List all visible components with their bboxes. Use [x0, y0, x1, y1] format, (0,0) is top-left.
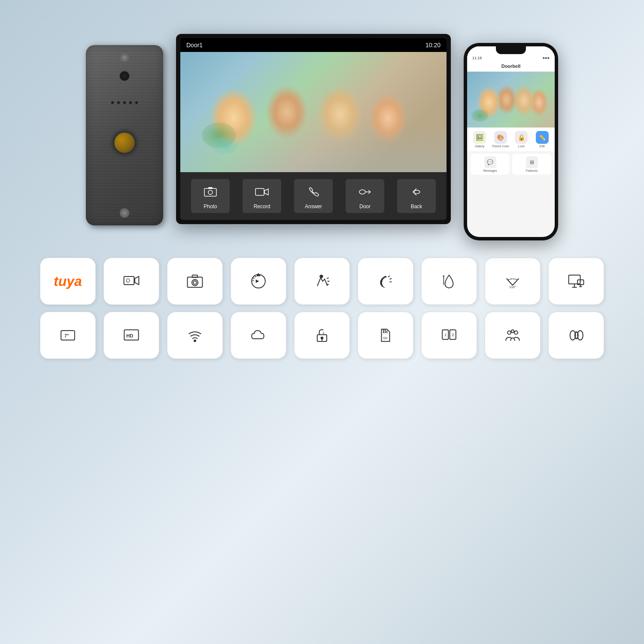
svg-line-23: [388, 276, 389, 277]
phone-signal: ●●●: [543, 56, 550, 60]
screen-size-icon: 7": [60, 327, 76, 343]
features-row-1: tuya: [34, 258, 610, 305]
door-button[interactable]: Door: [346, 179, 384, 213]
doorbell-ir-leds: [111, 101, 138, 104]
features-row-2: 7" HD: [34, 312, 610, 359]
monitor-controls: Photo Record: [180, 172, 447, 220]
phone-time: 11:16: [472, 56, 482, 60]
monitor-display-icon: [568, 273, 584, 289]
svg-marker-4: [264, 189, 268, 195]
svg-marker-17: [257, 274, 260, 276]
svg-point-10: [126, 279, 130, 282]
feature-monitor-display: [548, 258, 604, 305]
ir-led-4: [129, 101, 132, 104]
svg-point-39: [194, 340, 196, 342]
back-button[interactable]: Back: [397, 179, 436, 213]
back-label: Back: [411, 204, 422, 210]
answer-icon: [304, 182, 323, 201]
ir-led-3: [123, 101, 126, 104]
feature-wide-angle: 110°: [485, 258, 541, 305]
feature-photo: [167, 258, 223, 305]
svg-point-54: [511, 330, 514, 332]
phone-bottom-grid: 💬 Messages ⊞ Features: [467, 151, 555, 177]
svg-rect-0: [204, 188, 216, 196]
monitor-channel: Door1: [186, 42, 203, 49]
svg-line-24: [390, 279, 392, 279]
playback-icon: [250, 273, 267, 289]
camera-icon: [187, 273, 203, 289]
doorbell-main-lens: [113, 131, 137, 155]
photo-icon: [201, 182, 220, 201]
svg-point-52: [507, 331, 511, 334]
svg-marker-11: [135, 276, 139, 285]
feature-playback: [231, 258, 286, 305]
svg-point-19: [320, 275, 322, 278]
feature-multi-unit: 1 2: [421, 312, 477, 359]
messages-label: Messages: [483, 169, 497, 172]
phone-app-title: Doorbell: [467, 62, 555, 72]
feature-motion: [294, 258, 350, 305]
monitor-time: 10:20: [425, 42, 440, 49]
svg-rect-3: [255, 188, 264, 195]
feature-sd-card: SD: [358, 312, 413, 359]
feature-wifi: [167, 312, 223, 359]
sd-card-icon: SD: [377, 327, 394, 343]
phone-edit-icon[interactable]: ✏️ Edit: [533, 131, 552, 148]
svg-line-27: [513, 279, 519, 286]
svg-point-14: [193, 281, 197, 284]
teal-scarf: [212, 137, 238, 154]
svg-text:7": 7": [64, 334, 69, 338]
motion-icon: [314, 273, 330, 289]
tuya-icon: tuya: [54, 273, 82, 289]
edit-label: Edit: [540, 145, 545, 148]
feature-tuya: tuya: [40, 258, 96, 305]
svg-rect-9: [124, 276, 134, 285]
record-button[interactable]: Record: [243, 179, 281, 213]
back-icon: [407, 182, 426, 201]
wifi-icon: [187, 327, 203, 343]
theme-label: Theme Color: [492, 145, 509, 148]
ir-led-2: [117, 101, 120, 104]
features-section: tuya: [0, 249, 644, 368]
svg-marker-18: [256, 279, 259, 283]
night-vision-icon: [377, 273, 394, 289]
phone-messages[interactable]: 💬 Messages: [471, 154, 510, 175]
svg-point-5: [359, 190, 365, 194]
svg-text:HD: HD: [126, 333, 133, 338]
feature-video-record: [103, 258, 159, 305]
phone-screen: 11:16 ●●● Doorbell 🖼️ Gallery 🎨: [467, 46, 555, 237]
intercom-icon: [568, 327, 584, 343]
top-section: Door1 10:20: [0, 0, 644, 249]
svg-text:2: 2: [323, 331, 325, 335]
ir-led-1: [111, 101, 114, 104]
smartphone: 11:16 ●●● Doorbell 🖼️ Gallery 🎨: [464, 43, 558, 240]
waterproof-icon: [441, 273, 457, 289]
door-label: Door: [359, 204, 371, 210]
svg-point-13: [192, 279, 198, 286]
door-icon: [355, 182, 374, 201]
svg-point-53: [514, 331, 518, 334]
answer-button[interactable]: Answer: [294, 179, 333, 213]
unlock-icon: 2: [314, 327, 330, 343]
phone-green-shirt: [471, 109, 489, 122]
phone-lock-icon[interactable]: 🔒 Lock: [512, 131, 531, 148]
multi-unit-icon: 1 2: [441, 327, 457, 343]
feature-unlock: 2: [294, 312, 350, 359]
feature-hd: HD: [103, 312, 159, 359]
phone-features[interactable]: ⊞ Features: [512, 154, 551, 175]
lock-label: Lock: [518, 145, 525, 148]
monitor-status-bar: Door1 10:20: [180, 38, 447, 52]
doorbell-screw-bottom: [120, 208, 129, 218]
feature-screen-size: 7": [40, 312, 96, 359]
svg-text:2: 2: [452, 332, 454, 337]
video-record-icon: [123, 273, 140, 289]
feature-family: [485, 312, 541, 359]
record-icon: [252, 182, 271, 201]
svg-text:110°: 110°: [509, 285, 516, 289]
svg-point-1: [208, 190, 213, 194]
wide-angle-icon: 110°: [504, 273, 521, 289]
photo-button[interactable]: Photo: [191, 179, 230, 213]
phone-theme-icon[interactable]: 🎨 Theme Color: [492, 131, 510, 148]
phone-gallery-icon[interactable]: 🖼️ Gallery: [471, 131, 489, 148]
gallery-label: Gallery: [475, 145, 484, 148]
